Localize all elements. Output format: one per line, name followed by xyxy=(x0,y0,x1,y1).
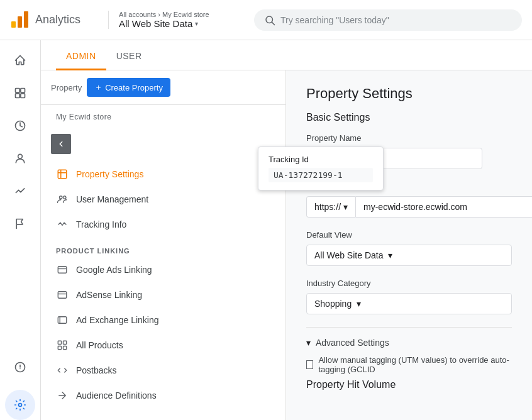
property-name-label: Property Name xyxy=(306,133,512,143)
nav-item-all-products-label: All Products xyxy=(76,340,123,350)
nav-item-property-settings-label: Property Settings xyxy=(76,169,143,179)
all-products-icon xyxy=(56,339,69,351)
nav-panel: Property ＋ Create Property My Ecwid stor… xyxy=(41,70,286,420)
sidebar-icon-discovery[interactable] xyxy=(5,352,35,382)
nav-item-tracking-info[interactable]: Tracking Info xyxy=(41,212,285,237)
url-protocol-arrow-icon: ▾ xyxy=(343,202,348,212)
default-view-value: All Web Site Data xyxy=(314,250,383,260)
create-property-button[interactable]: ＋ Create Property xyxy=(87,78,170,97)
tabs-bar: ADMIN USER xyxy=(41,40,532,70)
google-ads-icon xyxy=(56,263,69,276)
store-name: My Ecwid store xyxy=(41,105,285,126)
right-panel: Property Settings Basic Settings Propert… xyxy=(286,70,532,420)
sidebar-icon-settings[interactable] xyxy=(5,390,35,420)
nav-item-google-ads-label: Google Ads Linking xyxy=(76,265,152,275)
svg-rect-7 xyxy=(16,94,20,98)
url-input[interactable] xyxy=(355,196,532,218)
tooltip-value: UA-137272199-1 xyxy=(269,168,373,182)
industry-category-label: Industry Category xyxy=(306,279,512,288)
svg-line-4 xyxy=(272,22,274,25)
svg-point-13 xyxy=(19,368,21,370)
svg-rect-2 xyxy=(24,11,28,28)
nav-item-user-management[interactable]: User Management xyxy=(41,187,285,212)
nav-item-all-products[interactable]: All Products xyxy=(41,333,285,358)
tab-admin[interactable]: ADMIN xyxy=(56,43,106,70)
user-management-icon xyxy=(56,193,69,206)
topbar: Analytics All accounts › My Ecwid store … xyxy=(0,0,532,40)
nav-item-adsense-label: AdSense Linking xyxy=(76,290,142,300)
logo-area: Analytics xyxy=(10,10,98,30)
advanced-settings-label: Advanced Settings xyxy=(316,338,389,348)
svg-rect-0 xyxy=(11,21,16,28)
svg-rect-15 xyxy=(58,170,67,179)
nav-item-tracking-info-label: Tracking Info xyxy=(76,219,126,229)
svg-rect-24 xyxy=(58,317,67,324)
panels: Property ＋ Create Property My Ecwid stor… xyxy=(41,70,532,420)
nav-item-ad-exchange[interactable]: Ad Exchange Linking xyxy=(41,307,285,333)
account-dropdown[interactable]: All Web Site Data ▾ xyxy=(119,18,224,29)
svg-rect-22 xyxy=(58,292,67,299)
ad-exchange-icon xyxy=(56,314,69,326)
svg-point-19 xyxy=(64,196,67,199)
svg-rect-8 xyxy=(21,94,25,98)
sidebar-icon-flag[interactable] xyxy=(5,209,35,239)
manual-tagging-checkbox[interactable] xyxy=(306,360,313,369)
content-area: ADMIN USER Property ＋ Create Property My… xyxy=(41,40,532,420)
basic-settings-label: Basic Settings xyxy=(306,112,512,123)
nav-item-adsense[interactable]: AdSense Linking xyxy=(41,282,285,307)
default-view-dropdown[interactable]: All Web Site Data ▾ xyxy=(306,245,512,266)
svg-point-14 xyxy=(19,404,22,407)
sidebar-icon-dashboards[interactable] xyxy=(5,78,35,108)
property-hit-volume-label: Property Hit Volume xyxy=(306,379,512,390)
account-label: All Web Site Data xyxy=(119,18,192,29)
tab-user[interactable]: USER xyxy=(106,43,152,70)
nav-back-row xyxy=(41,126,285,162)
industry-category-group: Industry Category Shopping ▾ xyxy=(306,279,512,314)
search-bar[interactable]: Try searching "Users today" xyxy=(254,9,522,31)
sidebar-icon-reports[interactable] xyxy=(5,111,35,141)
main-layout: ADMIN USER Property ＋ Create Property My… xyxy=(0,40,532,420)
settings-divider xyxy=(306,327,512,328)
svg-rect-5 xyxy=(16,89,20,93)
property-label: Property xyxy=(51,83,82,92)
industry-category-value: Shopping xyxy=(314,299,352,309)
manual-tagging-label: Allow manual tagging (UTM values) to ove… xyxy=(318,355,512,374)
nav-item-ad-exchange-label: Ad Exchange Linking xyxy=(76,315,159,325)
url-protocol-dropdown[interactable]: https:// ▾ xyxy=(306,196,355,218)
sidebar-icon-home[interactable] xyxy=(5,45,35,75)
default-view-arrow-icon: ▾ xyxy=(388,250,392,260)
nav-item-google-ads[interactable]: Google Ads Linking xyxy=(41,257,285,282)
analytics-logo-icon xyxy=(10,10,30,30)
sidebar-icon-users[interactable] xyxy=(5,143,35,174)
sidebar-icon-goals[interactable] xyxy=(5,176,35,206)
industry-category-dropdown[interactable]: Shopping ▾ xyxy=(306,293,512,314)
advanced-settings-toggle[interactable]: ▾ Advanced Settings xyxy=(306,338,512,348)
default-view-group: Default View All Web Site Data ▾ xyxy=(306,230,512,266)
adsense-icon xyxy=(56,289,69,301)
plus-icon: ＋ xyxy=(94,82,103,93)
nav-item-postbacks-label: Postbacks xyxy=(76,365,117,375)
postbacks-icon xyxy=(56,364,69,377)
back-button[interactable] xyxy=(51,134,71,154)
create-property-label: Create Property xyxy=(105,83,163,92)
nav-item-property-settings[interactable]: Property Settings xyxy=(41,162,285,187)
dropdown-arrow-icon: ▾ xyxy=(195,20,198,27)
search-placeholder: Try searching "Users today" xyxy=(280,15,389,25)
page-title: Property Settings xyxy=(306,86,512,102)
svg-rect-1 xyxy=(18,16,22,28)
left-sidebar xyxy=(0,40,41,420)
logo-text: Analytics xyxy=(35,13,80,26)
advanced-settings-arrow-icon: ▾ xyxy=(306,338,311,348)
nav-item-audience-definitions[interactable]: Audience Definitions xyxy=(41,383,285,408)
industry-category-arrow-icon: ▾ xyxy=(357,299,361,309)
default-view-label: Default View xyxy=(306,230,512,240)
svg-rect-29 xyxy=(64,346,67,350)
svg-rect-6 xyxy=(21,89,25,93)
nav-item-postbacks[interactable]: Postbacks xyxy=(41,358,285,383)
account-selector[interactable]: All accounts › My Ecwid store All Web Si… xyxy=(108,11,234,29)
svg-point-18 xyxy=(60,196,63,199)
search-icon xyxy=(264,14,275,26)
nav-item-audience-definitions-label: Audience Definitions xyxy=(76,390,157,401)
tracking-info-icon xyxy=(56,218,69,231)
product-linking-header: PRODUCT LINKING xyxy=(41,237,285,257)
